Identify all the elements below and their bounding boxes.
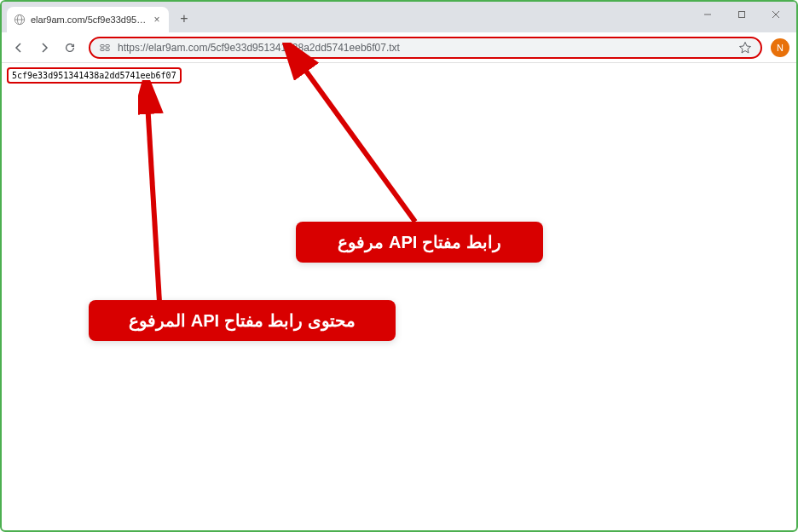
tab-title: elar9am.com/5cf9e33d9513414	[31, 14, 147, 25]
tab-close-button[interactable]: ×	[152, 14, 162, 25]
svg-rect-7	[101, 44, 104, 47]
svg-line-11	[292, 51, 415, 222]
maximize-button[interactable]	[725, 2, 759, 27]
browser-tab[interactable]: elar9am.com/5cf9e33d9513414 ×	[7, 7, 169, 32]
svg-rect-8	[106, 44, 109, 47]
profile-initial: N	[777, 43, 784, 53]
close-window-button[interactable]	[759, 2, 793, 27]
arrow-to-url	[279, 43, 449, 230]
window-controls	[691, 2, 793, 27]
profile-button[interactable]: N	[771, 38, 789, 57]
arrow-to-content	[138, 80, 189, 310]
callout-content: محتوى رابط مفتاح API المرفوع	[89, 300, 396, 341]
site-settings-icon[interactable]	[99, 42, 111, 54]
callout-url: رابط مفتاح API مرفوع	[296, 222, 543, 263]
svg-rect-10	[106, 48, 109, 50]
forward-button[interactable]	[34, 38, 55, 58]
globe-icon	[14, 14, 26, 26]
svg-rect-9	[101, 48, 104, 50]
svg-line-12	[147, 89, 159, 302]
new-tab-button[interactable]: +	[174, 9, 194, 29]
reload-button[interactable]	[60, 38, 80, 58]
bookmark-star-icon[interactable]	[738, 41, 752, 55]
minimize-button[interactable]	[691, 2, 725, 27]
titlebar: elar9am.com/5cf9e33d9513414 × +	[2, 2, 796, 32]
back-button[interactable]	[9, 38, 29, 58]
svg-rect-4	[739, 12, 745, 18]
